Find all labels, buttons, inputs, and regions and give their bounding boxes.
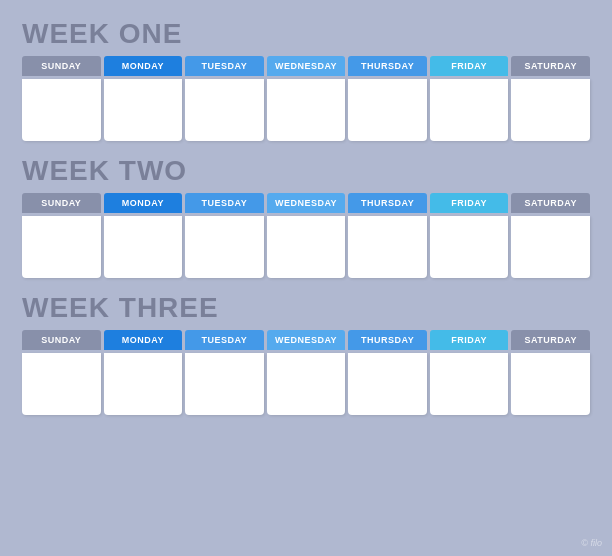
- week-section-2: WEEK TWOSUNDAYMONDAYTUESDAYWEDNESDAYTHUR…: [22, 155, 590, 278]
- day-cell-w1-friday[interactable]: [430, 79, 509, 141]
- day-header-w2-wednesday: WEDNESDAY: [267, 193, 346, 213]
- day-cell-w3-saturday[interactable]: [511, 353, 590, 415]
- day-header-w1-thursday: THURSDAY: [348, 56, 427, 76]
- week-title-2: WEEK TWO: [22, 155, 590, 187]
- day-header-w3-thursday: THURSDAY: [348, 330, 427, 350]
- week-title-3: WEEK THREE: [22, 292, 590, 324]
- week-section-3: WEEK THREESUNDAYMONDAYTUESDAYWEDNESDAYTH…: [22, 292, 590, 415]
- day-header-w1-wednesday: WEDNESDAY: [267, 56, 346, 76]
- day-cell-w3-sunday[interactable]: [22, 353, 101, 415]
- day-cell-w1-monday[interactable]: [104, 79, 183, 141]
- day-cell-w1-thursday[interactable]: [348, 79, 427, 141]
- day-cell-w2-monday[interactable]: [104, 216, 183, 278]
- day-header-w1-friday: FRIDAY: [430, 56, 509, 76]
- day-cell-w3-friday[interactable]: [430, 353, 509, 415]
- day-header-w3-sunday: SUNDAY: [22, 330, 101, 350]
- day-cell-w1-sunday[interactable]: [22, 79, 101, 141]
- day-header-w2-friday: FRIDAY: [430, 193, 509, 213]
- day-header-w2-tuesday: TUESDAY: [185, 193, 264, 213]
- week-title-1: WEEK ONE: [22, 18, 590, 50]
- week-section-1: WEEK ONESUNDAYMONDAYTUESDAYWEDNESDAYTHUR…: [22, 18, 590, 141]
- day-cell-w3-thursday[interactable]: [348, 353, 427, 415]
- day-cell-w1-saturday[interactable]: [511, 79, 590, 141]
- day-cell-w2-saturday[interactable]: [511, 216, 590, 278]
- day-cell-w3-wednesday[interactable]: [267, 353, 346, 415]
- day-cell-w2-thursday[interactable]: [348, 216, 427, 278]
- day-cell-w3-tuesday[interactable]: [185, 353, 264, 415]
- day-header-w1-saturday: SATURDAY: [511, 56, 590, 76]
- day-cell-w2-wednesday[interactable]: [267, 216, 346, 278]
- day-header-w3-wednesday: WEDNESDAY: [267, 330, 346, 350]
- day-cell-w2-friday[interactable]: [430, 216, 509, 278]
- calendar-grid-1: SUNDAYMONDAYTUESDAYWEDNESDAYTHURSDAYFRID…: [22, 56, 590, 141]
- day-cell-w3-monday[interactable]: [104, 353, 183, 415]
- calendar-grid-3: SUNDAYMONDAYTUESDAYWEDNESDAYTHURSDAYFRID…: [22, 330, 590, 415]
- day-header-w1-monday: MONDAY: [104, 56, 183, 76]
- day-header-w2-monday: MONDAY: [104, 193, 183, 213]
- day-header-w2-thursday: THURSDAY: [348, 193, 427, 213]
- day-header-w1-tuesday: TUESDAY: [185, 56, 264, 76]
- day-header-w2-sunday: SUNDAY: [22, 193, 101, 213]
- day-cell-w2-sunday[interactable]: [22, 216, 101, 278]
- day-cell-w1-wednesday[interactable]: [267, 79, 346, 141]
- watermark: © filo: [581, 538, 602, 548]
- calendar-grid-2: SUNDAYMONDAYTUESDAYWEDNESDAYTHURSDAYFRID…: [22, 193, 590, 278]
- day-header-w3-tuesday: TUESDAY: [185, 330, 264, 350]
- day-header-w3-saturday: SATURDAY: [511, 330, 590, 350]
- day-header-w2-saturday: SATURDAY: [511, 193, 590, 213]
- day-header-w3-monday: MONDAY: [104, 330, 183, 350]
- day-header-w1-sunday: SUNDAY: [22, 56, 101, 76]
- day-header-w3-friday: FRIDAY: [430, 330, 509, 350]
- day-cell-w2-tuesday[interactable]: [185, 216, 264, 278]
- day-cell-w1-tuesday[interactable]: [185, 79, 264, 141]
